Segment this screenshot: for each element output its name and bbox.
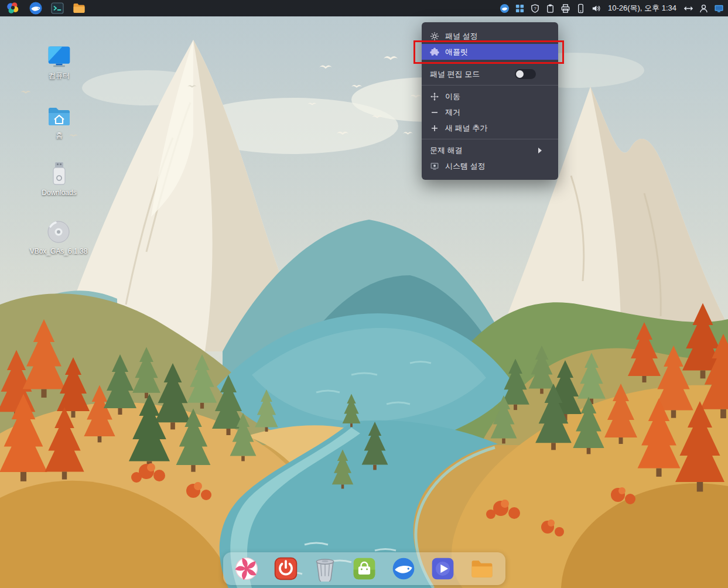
puzzle-icon xyxy=(430,47,439,57)
display-icon[interactable] xyxy=(714,4,724,13)
panel-edit-mode-toggle[interactable] xyxy=(515,69,536,79)
whale-sync-icon[interactable] xyxy=(500,4,510,13)
trash-icon[interactable] xyxy=(312,556,338,582)
shield-question-icon[interactable]: ? xyxy=(530,4,540,13)
computer-icon xyxy=(46,43,72,69)
menu-item-label: 패널 편집 모드 xyxy=(430,69,480,80)
desktop-icon-label: Downloads xyxy=(42,189,76,197)
desktop-icon-vbox-gas[interactable]: VBox_GAs_6.1.38 xyxy=(29,219,88,255)
home-folder-icon xyxy=(46,103,72,129)
file-manager-dock-icon[interactable] xyxy=(469,556,495,582)
system-tray: ? 10-26(목), 오후 1:34 xyxy=(500,3,728,13)
workspace-grid-icon[interactable] xyxy=(515,4,525,13)
usb-drive-icon xyxy=(46,160,72,186)
cd-disc-icon xyxy=(46,219,71,245)
minus-icon xyxy=(430,108,439,117)
desktop-icon-label: 홈 xyxy=(56,132,63,139)
wallpaper-landscape xyxy=(0,0,728,588)
panel-context-menu: 패널 설정 애플릿 패널 편집 모드 이동 제거 새 패널 추가 문제 해결 xyxy=(422,22,558,180)
panel-launchers xyxy=(0,1,86,16)
power-icon[interactable] xyxy=(273,556,299,582)
plus-icon xyxy=(430,124,439,133)
menu-item-label: 문제 해결 xyxy=(430,145,463,156)
menu-item-label: 시스템 설정 xyxy=(445,161,486,172)
desktop-icon-computer[interactable]: 컴퓨터 xyxy=(32,43,86,80)
desktop-icon-home[interactable]: 홈 xyxy=(32,103,86,139)
printer-icon[interactable] xyxy=(560,4,570,13)
system-settings-icon xyxy=(430,162,439,171)
distro-logo-icon[interactable] xyxy=(5,1,21,16)
software-manager-icon[interactable] xyxy=(351,556,377,582)
toggle-knob xyxy=(516,70,524,78)
menu-separator xyxy=(422,63,558,63)
menu-item-panel-edit-mode[interactable]: 패널 편집 모드 xyxy=(422,66,558,82)
menu-item-system-settings[interactable]: 시스템 설정 xyxy=(422,158,558,174)
menu-item-panel-settings[interactable]: 패널 설정 xyxy=(422,28,558,44)
media-player-icon[interactable] xyxy=(430,556,456,582)
menu-item-label: 제거 xyxy=(445,107,460,118)
desktop-icon-downloads[interactable]: Downloads xyxy=(32,160,86,197)
menu-item-move[interactable]: 이동 xyxy=(422,88,558,104)
desktop-icon-label: 컴퓨터 xyxy=(49,72,70,80)
gear-icon xyxy=(430,32,439,41)
menu-item-remove[interactable]: 제거 xyxy=(422,104,558,120)
menu-separator xyxy=(422,139,558,139)
whale-browser-dock-icon[interactable] xyxy=(391,556,416,582)
menu-item-applets[interactable]: 애플릿 xyxy=(422,44,558,60)
panel-clock[interactable]: 10-26(목), 오후 1:34 xyxy=(606,3,678,13)
user-icon[interactable] xyxy=(699,4,709,13)
clipboard-icon[interactable] xyxy=(545,4,555,13)
menu-item-label: 이동 xyxy=(445,91,460,102)
menu-item-label: 애플릿 xyxy=(445,47,468,57)
top-panel[interactable]: ? 10-26(목), 오후 1:34 xyxy=(0,0,728,16)
transfer-arrows-icon[interactable] xyxy=(683,4,693,13)
menu-item-label: 패널 설정 xyxy=(445,31,478,42)
menu-separator xyxy=(422,85,558,86)
move-icon xyxy=(430,92,439,101)
phone-icon[interactable] xyxy=(576,4,586,13)
desktop-icon-label: VBox_GAs_6.1.38 xyxy=(30,248,88,255)
files-launcher-icon[interactable] xyxy=(72,1,86,15)
volume-icon[interactable] xyxy=(591,4,601,13)
submenu-arrow-icon xyxy=(538,148,542,153)
menu-item-label: 새 패널 추가 xyxy=(445,123,487,134)
menu-item-troubleshoot[interactable]: 문제 해결 xyxy=(422,142,558,158)
dock xyxy=(223,552,505,585)
terminal-launcher-icon[interactable] xyxy=(50,1,64,15)
svg-text:?: ? xyxy=(534,6,536,11)
menu-item-add-panel[interactable]: 새 패널 추가 xyxy=(422,120,558,136)
hamonikr-candy-icon[interactable] xyxy=(234,556,259,582)
whale-browser-launcher-icon[interactable] xyxy=(29,1,43,15)
